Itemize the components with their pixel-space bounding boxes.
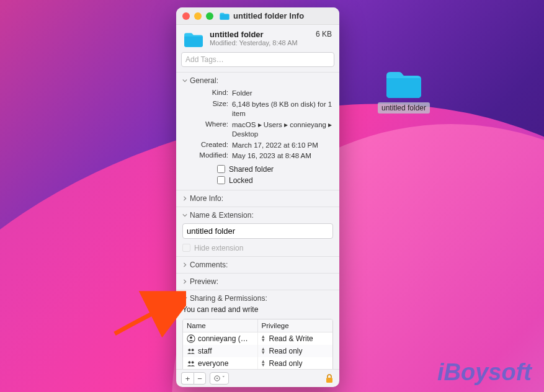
modified-label: Modified: — [190, 151, 228, 161]
header-modified: Modified: Yesterday, 8:48 AM — [210, 39, 310, 47]
section-sharing: Sharing & Permissions: You can read and … — [176, 290, 339, 369]
locked-label: Locked — [229, 176, 253, 185]
svg-point-4 — [188, 361, 190, 363]
stepper-icon[interactable]: ▴▾ — [262, 360, 265, 367]
permissions-table: Name Privilege connieyang (… ▴▾ Read & W… — [182, 319, 333, 369]
perm-name: everyone — [198, 359, 228, 368]
header-folder-icon — [184, 31, 203, 48]
section-comments-label: Comments: — [190, 261, 228, 269]
close-button[interactable] — [182, 12, 190, 20]
kind-value: Folder — [232, 89, 333, 99]
chevron-down-icon — [182, 213, 187, 218]
group-icon — [187, 347, 195, 355]
section-sharing-label: Sharing & Permissions: — [190, 294, 267, 303]
minimize-button[interactable] — [194, 12, 202, 20]
section-name-ext: Name & Extension: Hide extension — [176, 207, 339, 256]
section-name-ext-label: Name & Extension: — [190, 211, 254, 220]
header: untitled folder Modified: Yesterday, 8:4… — [176, 25, 339, 52]
locked-checkbox[interactable] — [217, 176, 225, 184]
stepper-icon[interactable]: ▴▾ — [262, 347, 265, 354]
section-general-header[interactable]: General: — [182, 76, 333, 85]
section-general: General: Kind: Folder Size: 6,148 bytes … — [176, 72, 339, 190]
bottom-toolbar: + − ˅ — [176, 369, 339, 387]
name-input[interactable] — [182, 223, 333, 239]
perm-row[interactable]: everyone ▴▾ Read only — [183, 357, 332, 369]
created-value: March 17, 2022 at 6:10 PM — [232, 141, 333, 151]
title-folder-icon — [220, 12, 230, 20]
desktop-folder[interactable]: untitled folder — [375, 69, 433, 114]
window-title: untitled folder Info — [233, 11, 304, 20]
section-preview: Preview: — [176, 273, 339, 290]
section-comments: Comments: — [176, 256, 339, 273]
shared-folder-checkbox[interactable] — [217, 165, 225, 173]
lock-icon[interactable] — [324, 373, 334, 383]
zoom-button[interactable] — [206, 12, 213, 20]
section-preview-label: Preview: — [190, 277, 218, 286]
col-privilege: Privilege — [258, 319, 333, 332]
perm-name: staff — [198, 347, 212, 355]
titlebar: untitled folder Info — [176, 7, 339, 25]
size-label: Size: — [190, 100, 228, 119]
permission-description: You can read and write — [182, 305, 333, 314]
shared-folder-label: Shared folder — [229, 165, 274, 174]
section-name-ext-header[interactable]: Name & Extension: — [182, 211, 333, 220]
perm-row[interactable]: staff ▴▾ Read only — [183, 345, 332, 357]
perm-priv: Read only — [269, 347, 303, 355]
header-name: untitled folder — [210, 30, 310, 39]
chevron-down-icon — [182, 78, 187, 83]
locked-row[interactable]: Locked — [217, 176, 333, 185]
perm-row[interactable]: connieyang (… ▴▾ Read & Write — [183, 332, 332, 345]
section-comments-header[interactable]: Comments: — [182, 261, 333, 269]
perm-priv: Read only — [269, 359, 303, 368]
where-label: Where: — [190, 120, 228, 140]
section-more-info: More Info: — [176, 190, 339, 207]
add-button[interactable]: + — [181, 372, 194, 385]
section-preview-header[interactable]: Preview: — [182, 277, 333, 286]
hide-extension-checkbox — [182, 244, 190, 252]
chevron-down-icon: ˅ — [222, 375, 225, 381]
remove-button[interactable]: − — [194, 372, 206, 385]
annotation-arrow — [112, 284, 186, 340]
chevron-right-icon — [182, 279, 187, 284]
watermark: iBoysoft — [437, 359, 532, 386]
desktop-folder-label: untitled folder — [378, 102, 430, 114]
section-sharing-header[interactable]: Sharing & Permissions: — [182, 294, 333, 303]
where-value: macOS ▸ Users ▸ connieyang ▸ Desktop — [232, 120, 333, 140]
kind-label: Kind: — [190, 89, 228, 99]
shared-folder-row[interactable]: Shared folder — [217, 165, 333, 174]
section-more-info-header[interactable]: More Info: — [182, 194, 333, 203]
col-name: Name — [183, 319, 258, 332]
svg-point-5 — [192, 361, 194, 363]
hide-extension-label: Hide extension — [194, 244, 243, 252]
action-circle-icon — [213, 375, 221, 382]
info-window: untitled folder Info untitled folder Mod… — [176, 7, 339, 387]
svg-point-1 — [190, 336, 192, 339]
modified-value: May 16, 2023 at 8:48 AM — [232, 151, 333, 161]
svg-point-7 — [216, 378, 218, 379]
chevron-right-icon — [182, 196, 187, 201]
svg-point-3 — [192, 349, 194, 351]
perm-name: connieyang (… — [198, 334, 248, 343]
header-size: 6 KB — [316, 30, 332, 38]
chevron-right-icon — [182, 262, 187, 267]
created-label: Created: — [190, 141, 228, 151]
size-value: 6,148 bytes (8 KB on disk) for 1 item — [232, 100, 333, 119]
section-more-info-label: More Info: — [190, 194, 223, 203]
traffic-lights — [182, 12, 213, 20]
group-icon — [187, 359, 195, 368]
folder-icon — [385, 69, 422, 99]
stepper-icon[interactable]: ▴▾ — [262, 335, 265, 342]
tags-placeholder: Add Tags… — [185, 55, 224, 64]
section-general-label: General: — [190, 76, 218, 85]
tags-input[interactable]: Add Tags… — [181, 52, 334, 67]
svg-point-2 — [188, 349, 190, 351]
perm-priv: Read & Write — [269, 334, 313, 343]
action-menu-button[interactable]: ˅ — [210, 372, 229, 385]
user-icon — [187, 334, 195, 343]
svg-rect-8 — [326, 378, 332, 383]
